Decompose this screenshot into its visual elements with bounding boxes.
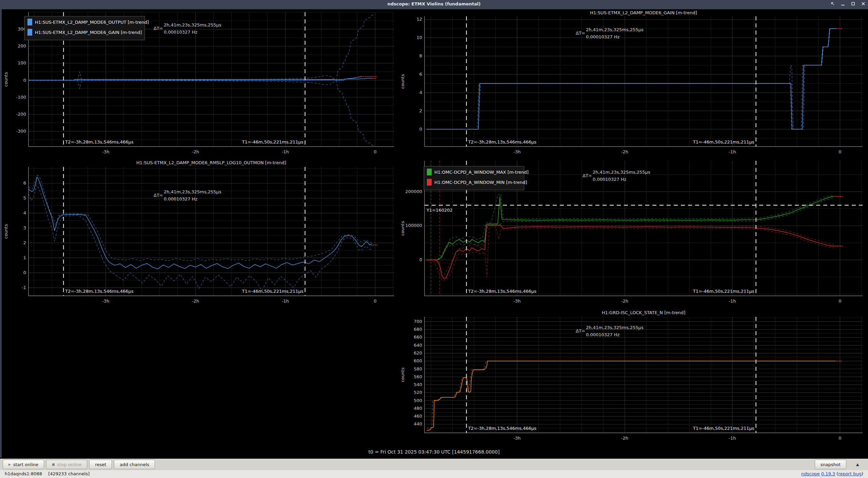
reset-button[interactable]: reset [89,460,112,469]
plot-title: H1:SUS-ETMX_L2_DAMP_MODE6_GAIN [m-trend] [590,10,697,15]
statusbar: h1daqnds1:8088 [429233 channels] ndscope… [0,470,868,478]
delta-t-prefix: ΔT= [583,173,592,178]
plot-title: H1:SUS-ETMX_L2_DAMP_MODE6_RMSLP_LOG10_OU… [136,160,286,165]
series-min-env-min [427,227,833,281]
stop-icon: ■ [52,463,55,466]
series-max-env-min [427,198,833,260]
snapshot-button[interactable]: snapshot [815,460,846,469]
delta-t-frequency: 0.00010327 Hz [586,34,619,39]
legend-swatch [27,19,32,25]
delta-t-frequency: 0.00010327 Hz [164,30,197,35]
grid [425,16,863,147]
x-tick: -2h [192,299,199,304]
collapse-panel-icon[interactable]: ▲ [853,461,862,467]
t0-timestamp: t0 = Fri Oct 31 2025 03:47:30 UTC [14459… [0,449,868,455]
plot-p1[interactable]: T2=-3h,28m,13s,546ms,466µsT1=-46m,50s,22… [3,10,397,158]
y-tick: -300 [16,129,26,134]
x-tick: -2h [192,149,199,154]
y-tick: 480 [414,406,422,411]
y-tick: 460 [414,414,422,419]
y-tick: 620 [414,350,422,356]
x-tick: 0 [374,149,376,154]
y-tick: 4 [23,210,26,215]
series-rms-env-min [28,185,372,291]
stop-online-button[interactable]: ■ stop online [46,460,87,469]
version-link[interactable]: 0.19.3 [821,471,835,476]
x-tick: -1h [729,299,736,304]
cursor-t2-label: T2=-3h,28m,13s,546ms,466µs [65,139,134,145]
y-tick: 1 [23,255,26,260]
series-min-env-max [427,224,833,274]
legend[interactable]: H1:SUS-ETMX_L2_DAMP_MODE6_OUTPUT [m-tren… [24,16,149,40]
grid [28,167,394,296]
y-tick: 2 [23,240,26,245]
y-tick: 600 [414,358,422,363]
plot-title: H1:GRD-ISC_LOCK_STATE_N [m-trend] [602,310,686,315]
y-tick: 200000 [405,189,422,194]
y-tick: 100 [18,60,26,65]
cursor-t1-label: T1=-46m,50s,221ms,211µs [242,289,303,294]
plot-p4[interactable]: T2=-3h,28m,13s,546ms,466µsT1=-46m,50s,22… [399,159,867,307]
about-links: ndscope 0.19.3 (report bug) [801,471,863,476]
y-tick: 4 [419,90,422,95]
y-tick: 580 [414,366,422,371]
y-tick: 0 [419,127,422,132]
y-tick: -100 [16,95,26,100]
y-tick: 5 [23,195,26,200]
x-tick: -3h [513,436,520,441]
report-bug-link[interactable]: report bug [838,471,862,476]
plot-p3[interactable]: T2=-3h,28m,13s,546ms,466µsT1=-46m,50s,22… [3,159,397,307]
ndscope-link[interactable]: ndscope [801,471,820,476]
shade-window-icon[interactable] [830,1,835,6]
ndscope-window: ndscope: ETMX Violins (fundamental) T2=-… [0,0,868,478]
y-tick: 700 [414,319,422,324]
cursor-t1-label: T1=-46m,50s,221ms,211µs [693,289,754,294]
start-online-button[interactable]: ▶ start online [3,460,44,469]
x-tick: -2h [621,149,628,154]
delta-t-frequency: 0.00010327 Hz [593,177,626,182]
y-tick: 520 [414,390,422,395]
series-gain-env-max [427,28,836,129]
series-output-env-min [28,80,374,146]
series-window-min-mean [427,225,833,279]
delta-t-duration: 2h,41m,23s,325ms,255µs [586,325,644,330]
play-icon: ▶ [8,463,11,466]
plot-p5[interactable]: T2=-3h,28m,13s,546ms,466µsT1=-46m,50s,22… [399,309,867,444]
toolbar: ▶ start online ■ stop online reset add c… [0,459,868,470]
y-tick: 100000 [405,223,422,228]
delta-t-duration: 2h,41m,23s,325ms,255µs [164,22,221,27]
minimize-icon[interactable] [840,1,846,6]
delta-t-frequency: 0.00010327 Hz [164,196,197,202]
maximize-icon[interactable] [850,1,856,6]
x-tick: -1h [282,149,289,154]
series-gain-env-min [427,28,836,129]
y-tick: 680 [414,327,422,332]
legend-label: H1:SUS-ETMX_L2_DAMP_MODE6_OUTPUT [m-tren… [35,20,149,25]
y-axis-label: counts [400,367,405,382]
cursor-t2-label: T2=-3h,28m,13s,546ms,466µs [468,426,537,431]
y-tick: 440 [414,421,422,426]
delta-t-frequency: 0.00010327 Hz [586,332,619,337]
legend-label: H1:OMC-DCPD_A_WINDOW_MAX [m-trend] [434,170,529,175]
delta-t-prefix: ΔT= [154,193,163,198]
plot-p2[interactable]: T2=-3h,28m,13s,546ms,466µsT1=-46m,50s,22… [399,10,867,158]
delta-t-prefix: ΔT= [576,31,585,36]
y-tick: 12 [416,17,422,22]
x-tick: -1h [729,149,736,154]
add-channels-button[interactable]: add channels [114,460,155,469]
x-tick: 0 [839,436,841,441]
legend-label: H1:SUS-ETMX_L2_DAMP_MODE6_GAIN [m-trend] [35,30,142,35]
close-icon[interactable] [861,1,866,6]
titlebar[interactable]: ndscope: ETMX Violins (fundamental) [0,0,868,9]
cursor-t2-label: T2=-3h,28m,13s,546ms,466µs [65,289,134,294]
grid [425,317,863,433]
delta-t-duration: 2h,41m,23s,325ms,255µs [593,170,650,175]
legend[interactable]: H1:OMC-DCPD_A_WINDOW_MAX [m-trend]H1:OMC… [424,166,529,190]
y-tick: 3 [23,225,26,230]
series-lock-env [427,361,835,428]
y-axis-label: counts [400,221,405,236]
x-tick: -1h [729,436,736,441]
y-tick: 0 [23,78,26,83]
delta-t-duration: 2h,41m,23s,325ms,255µs [164,189,221,194]
server-status: h1daqnds1:8088 [5,471,42,476]
